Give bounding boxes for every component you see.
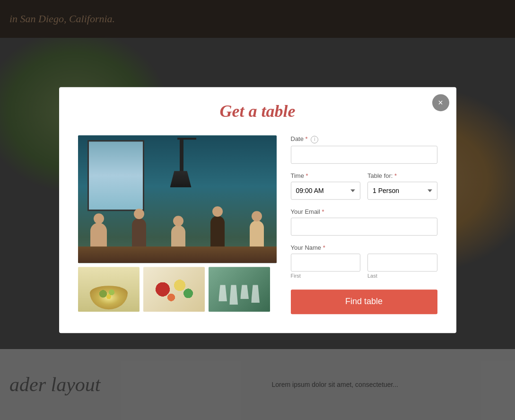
last-label: Last (367, 273, 437, 279)
name-row: First Last (291, 254, 437, 279)
modal-title: Get a table (78, 101, 437, 121)
last-name-input[interactable] (367, 254, 437, 271)
date-required: * (306, 135, 308, 142)
restaurant-scene (78, 135, 277, 263)
reservation-modal: × Get a table (59, 87, 456, 333)
last-name-field: Last (367, 254, 437, 279)
time-select[interactable]: 09:00 AM 10:00 AM 11:00 AM 12:00 PM 01:0… (291, 182, 361, 200)
date-input[interactable] (291, 146, 437, 164)
name-required: * (323, 244, 325, 251)
first-name-field: First (291, 254, 361, 279)
person-5 (250, 220, 264, 249)
first-name-input[interactable] (291, 254, 361, 271)
email-input[interactable] (291, 218, 437, 236)
first-label: First (291, 273, 361, 279)
close-button[interactable]: × (432, 94, 449, 111)
person-4 (210, 216, 225, 249)
glass-2 (229, 285, 238, 305)
scene-window (87, 140, 144, 211)
find-table-button[interactable]: Find table (291, 289, 437, 314)
people-silhouettes (78, 216, 277, 249)
image-gallery (78, 135, 277, 314)
reservation-form: Date * i Time * 09:00 AM 10:00 AM 11:00 … (291, 135, 437, 314)
name-label: Your Name * (291, 244, 437, 251)
time-group: Time * 09:00 AM 10:00 AM 11:00 AM 12:00 … (291, 172, 361, 200)
thumbnail-row (78, 267, 277, 312)
main-restaurant-image (78, 135, 277, 263)
date-info-icon[interactable]: i (311, 136, 318, 143)
thumbnail-appetizer[interactable] (143, 267, 205, 312)
table-for-required: * (394, 172, 397, 179)
person-1 (90, 223, 107, 249)
thumbnail-drinks[interactable] (209, 267, 270, 312)
table-for-label: Table for: * (367, 172, 437, 179)
email-required: * (322, 208, 324, 215)
glass-1 (218, 285, 227, 301)
food-items-decoration (146, 269, 202, 309)
email-label: Your Email * (291, 208, 437, 215)
date-label: Date * i (291, 135, 437, 143)
glasses-decoration (218, 285, 260, 305)
date-group: Date * i (291, 135, 437, 164)
modal-body: Date * i Time * 09:00 AM 10:00 AM 11:00 … (78, 135, 437, 314)
name-group: Your Name * First Last (291, 244, 437, 279)
time-label: Time * (291, 172, 361, 179)
person-3 (171, 225, 185, 249)
table-for-group: Table for: * 1 Person 2 Persons 3 Person… (367, 172, 437, 200)
table-for-select[interactable]: 1 Person 2 Persons 3 Persons 4 Persons (367, 182, 437, 200)
thumbnail-salad[interactable] (78, 267, 140, 312)
time-required: * (306, 172, 308, 179)
glass-3 (240, 285, 249, 299)
person-2 (132, 218, 146, 249)
email-group: Your Email * (291, 208, 437, 236)
time-table-row: Time * 09:00 AM 10:00 AM 11:00 AM 12:00 … (291, 172, 437, 208)
glass-4 (251, 285, 260, 303)
